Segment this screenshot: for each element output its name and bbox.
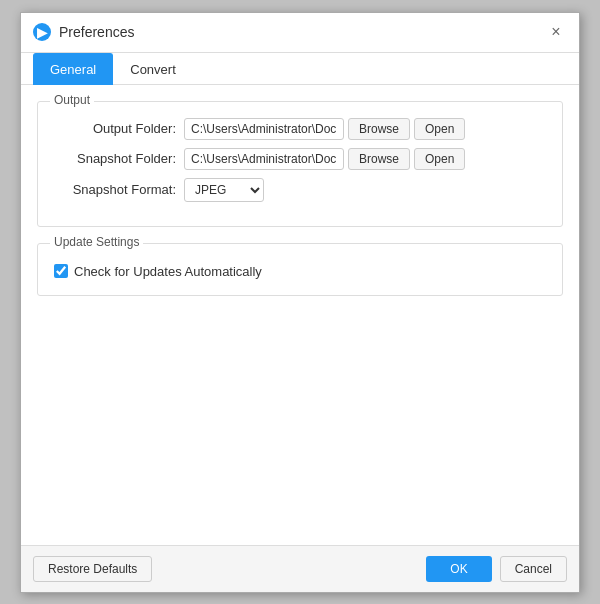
tab-convert[interactable]: Convert — [113, 53, 193, 85]
snapshot-format-select-wrapper: JPEG PNG BMP — [184, 178, 264, 202]
snapshot-format-select[interactable]: JPEG PNG BMP — [184, 178, 264, 202]
tab-general-label: General — [50, 62, 96, 77]
output-folder-row: Output Folder: Browse Open — [54, 118, 546, 140]
footer: Restore Defaults OK Cancel — [21, 545, 579, 592]
snapshot-format-input-group: JPEG PNG BMP — [184, 178, 546, 202]
restore-defaults-button[interactable]: Restore Defaults — [33, 556, 152, 582]
app-icon: ▶ — [33, 23, 51, 41]
content-area: Output Output Folder: Browse Open Snapsh… — [21, 85, 579, 545]
output-folder-label: Output Folder: — [54, 121, 184, 136]
tab-convert-label: Convert — [130, 62, 176, 77]
update-section-title: Update Settings — [50, 235, 143, 249]
output-folder-open-button[interactable]: Open — [414, 118, 465, 140]
snapshot-folder-input-group: Browse Open — [184, 148, 546, 170]
title-bar: ▶ Preferences × — [21, 13, 579, 53]
check-updates-row: Check for Updates Automatically — [54, 264, 546, 279]
footer-right: OK Cancel — [426, 556, 567, 582]
app-icon-symbol: ▶ — [37, 25, 47, 40]
footer-left: Restore Defaults — [33, 556, 152, 582]
dialog-title: Preferences — [59, 24, 134, 40]
ok-button[interactable]: OK — [426, 556, 491, 582]
output-folder-input-group: Browse Open — [184, 118, 546, 140]
snapshot-folder-row: Snapshot Folder: Browse Open — [54, 148, 546, 170]
close-button[interactable]: × — [545, 21, 567, 43]
snapshot-format-label: Snapshot Format: — [54, 182, 184, 197]
output-section-title: Output — [50, 93, 94, 107]
title-bar-left: ▶ Preferences — [33, 23, 134, 41]
snapshot-folder-label: Snapshot Folder: — [54, 151, 184, 166]
tab-bar: General Convert — [21, 53, 579, 85]
snapshot-format-row: Snapshot Format: JPEG PNG BMP — [54, 178, 546, 202]
snapshot-folder-open-button[interactable]: Open — [414, 148, 465, 170]
output-folder-browse-button[interactable]: Browse — [348, 118, 410, 140]
cancel-button[interactable]: Cancel — [500, 556, 567, 582]
check-updates-checkbox[interactable] — [54, 264, 68, 278]
preferences-dialog: ▶ Preferences × General Convert Output O… — [20, 12, 580, 593]
output-folder-input[interactable] — [184, 118, 344, 140]
check-updates-label[interactable]: Check for Updates Automatically — [74, 264, 262, 279]
snapshot-folder-input[interactable] — [184, 148, 344, 170]
tab-general[interactable]: General — [33, 53, 113, 85]
update-section: Update Settings Check for Updates Automa… — [37, 243, 563, 296]
output-section: Output Output Folder: Browse Open Snapsh… — [37, 101, 563, 227]
snapshot-folder-browse-button[interactable]: Browse — [348, 148, 410, 170]
